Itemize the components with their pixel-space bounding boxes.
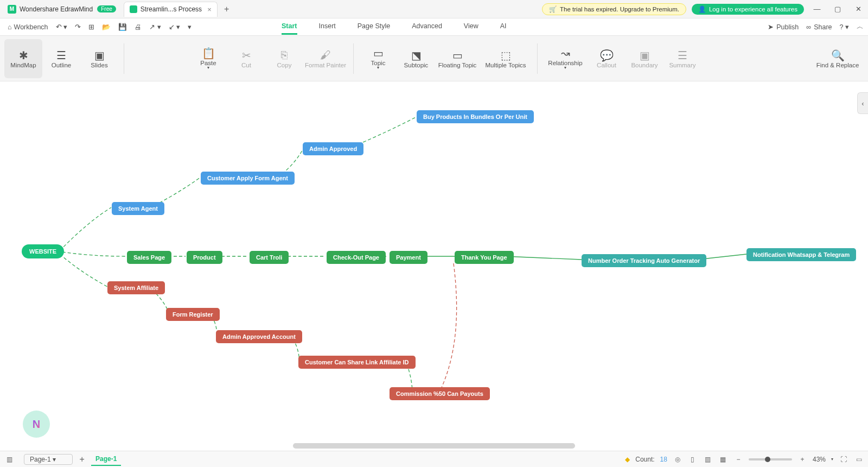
node-system-affiliate[interactable]: System Affiliate bbox=[107, 281, 165, 294]
node-buy-products[interactable]: Buy Products In Bundles Or Per Unit bbox=[417, 110, 534, 123]
outline-label: Outline bbox=[52, 62, 71, 68]
summary-button[interactable]: ☰Summary bbox=[663, 39, 701, 78]
maximize-button[interactable]: ▢ bbox=[830, 2, 845, 17]
node-notification[interactable]: Notification Whatsapp & Telegram bbox=[746, 248, 856, 261]
home-button[interactable]: ⌂ Workbench bbox=[4, 22, 52, 33]
topic-button[interactable]: ▭Topic▾ bbox=[359, 39, 397, 78]
node-admin-approved-account[interactable]: Admin Approved Account bbox=[216, 330, 302, 343]
callout-button[interactable]: 💬Callout bbox=[588, 39, 626, 78]
floating-topic-button[interactable]: ▭Floating Topic bbox=[435, 39, 480, 78]
node-checkout[interactable]: Check-Out Page bbox=[327, 251, 386, 264]
menu-bar: ⌂ Workbench ↶ ▾ ↷ ⊞ 📂 💾 🖨 ↗ ▾ ↙ ▾ ▾ Star… bbox=[0, 18, 868, 36]
new-tab-button[interactable]: + bbox=[220, 4, 234, 14]
horizontal-scrollbar[interactable] bbox=[293, 443, 575, 449]
tab-page-style[interactable]: Page Style bbox=[358, 19, 390, 35]
node-website[interactable]: WEBSITE bbox=[22, 244, 64, 258]
help-button[interactable]: ? ▾ bbox=[840, 23, 849, 31]
copy-button[interactable]: ⎘Copy bbox=[265, 39, 303, 78]
subtopic-button[interactable]: ⬔Subtopic bbox=[397, 39, 435, 78]
paste-icon: 📋 bbox=[202, 47, 215, 60]
canvas[interactable]: WEBSITE System Agent Customer Apply Form… bbox=[0, 81, 868, 451]
view-grid-icon[interactable]: ▦ bbox=[718, 455, 728, 464]
ai-fab-button[interactable]: N bbox=[23, 411, 50, 438]
file-tab[interactable]: Streamlin...s Process × bbox=[124, 2, 218, 17]
mindmap-button[interactable]: ✱MindMap bbox=[4, 39, 42, 78]
page-tab[interactable]: Page-1 bbox=[91, 453, 121, 466]
node-tracking[interactable]: Number Order Tracking Auto Generator bbox=[582, 254, 706, 267]
fit-screen-icon[interactable]: ⛶ bbox=[839, 455, 848, 464]
view-split-icon[interactable]: ▥ bbox=[703, 455, 713, 464]
node-system-agent[interactable]: System Agent bbox=[112, 202, 164, 215]
zoom-in-button[interactable]: + bbox=[797, 455, 807, 464]
tab-ai[interactable]: AI bbox=[500, 19, 507, 35]
floating-topic-label: Floating Topic bbox=[438, 62, 477, 68]
node-payment[interactable]: Payment bbox=[390, 251, 427, 264]
tab-insert[interactable]: Insert bbox=[319, 19, 336, 35]
side-panel-toggle[interactable]: ‹ bbox=[857, 92, 868, 114]
close-button[interactable]: ✕ bbox=[851, 2, 866, 17]
page-list-icon[interactable]: ▥ bbox=[4, 455, 14, 464]
format-painter-button[interactable]: 🖌Format Painter bbox=[303, 39, 348, 78]
add-page-button[interactable]: + bbox=[76, 453, 88, 465]
redo-button[interactable]: ↷ bbox=[72, 21, 84, 33]
cart-icon: 🛒 bbox=[549, 5, 557, 13]
save-button[interactable]: 💾 bbox=[115, 21, 130, 33]
undo-button[interactable]: ↶ ▾ bbox=[53, 21, 71, 33]
zoom-out-button[interactable]: − bbox=[733, 455, 743, 464]
mindmap-label: MindMap bbox=[10, 62, 36, 68]
cut-button[interactable]: ✂Cut bbox=[227, 39, 265, 78]
fullscreen-icon[interactable]: ▭ bbox=[854, 455, 864, 464]
share-label: Share bbox=[814, 23, 832, 31]
cut-icon: ✂ bbox=[242, 49, 251, 62]
view-single-icon[interactable]: ▯ bbox=[688, 455, 698, 464]
print-button[interactable]: 🖨 bbox=[131, 22, 145, 33]
summary-icon: ☰ bbox=[678, 49, 687, 62]
zoom-knob[interactable] bbox=[765, 457, 770, 462]
find-replace-button[interactable]: 🔍Find & Replace bbox=[812, 39, 864, 78]
user-icon: 👤 bbox=[698, 5, 706, 13]
node-product[interactable]: Product bbox=[187, 251, 222, 264]
relationship-button[interactable]: ↝Relationship▾ bbox=[543, 39, 588, 78]
premium-icon: ◆ bbox=[625, 456, 630, 463]
publish-button[interactable]: ➤ Publish bbox=[768, 23, 799, 31]
tab-start[interactable]: Start bbox=[282, 19, 297, 35]
share-button[interactable]: ∞ Share bbox=[806, 23, 832, 31]
page-dropdown[interactable]: Page-1 ▾ bbox=[24, 454, 73, 465]
copy-icon: ⎘ bbox=[281, 49, 288, 62]
zoom-slider[interactable] bbox=[749, 458, 792, 460]
paste-button[interactable]: 📋Paste▾ bbox=[189, 39, 227, 78]
export-button[interactable]: ↗ ▾ bbox=[146, 21, 164, 33]
node-customer-apply[interactable]: Customer Apply Form Agent bbox=[201, 172, 295, 185]
collapse-ribbon-button[interactable]: ︿ bbox=[857, 22, 864, 31]
open-button[interactable]: 📂 bbox=[99, 21, 114, 33]
app-tab[interactable]: M Wondershare EdrawMind Free bbox=[2, 2, 122, 17]
subtopic-label: Subtopic bbox=[404, 62, 429, 68]
node-thankyou[interactable]: Thank You Page bbox=[455, 251, 514, 264]
publish-label: Publish bbox=[776, 23, 799, 31]
close-icon[interactable]: × bbox=[207, 5, 212, 14]
more-button[interactable]: ▾ bbox=[184, 21, 195, 33]
node-sales-page[interactable]: Sales Page bbox=[127, 251, 171, 264]
free-badge: Free bbox=[97, 5, 116, 12]
minimize-button[interactable]: — bbox=[809, 2, 825, 17]
new-button[interactable]: ⊞ bbox=[85, 21, 98, 33]
format-painter-icon: 🖌 bbox=[320, 49, 331, 62]
trial-banner[interactable]: 🛒 The trial has expired. Upgrade to Prem… bbox=[542, 3, 686, 15]
floating-topic-icon: ▭ bbox=[452, 49, 463, 62]
tab-view[interactable]: View bbox=[464, 19, 478, 35]
node-admin-approved[interactable]: Admin Approved bbox=[303, 142, 363, 155]
slides-button[interactable]: ▣Slides bbox=[80, 39, 118, 78]
node-form-register[interactable]: Form Register bbox=[166, 308, 220, 321]
import-button[interactable]: ↙ ▾ bbox=[165, 21, 183, 33]
boundary-label: Boundary bbox=[631, 62, 658, 68]
login-banner[interactable]: 👤 Log in to experience all features bbox=[692, 4, 804, 15]
boundary-button[interactable]: ▣Boundary bbox=[626, 39, 663, 78]
node-share-link[interactable]: Customer Can Share Link Affiliate ID bbox=[298, 356, 416, 369]
outline-button[interactable]: ☰Outline bbox=[42, 39, 80, 78]
tab-advanced[interactable]: Advanced bbox=[412, 19, 442, 35]
status-bar: ▥ Page-1 ▾ + Page-1 ◆ Count: 18 ◎ ▯ ▥ ▦ … bbox=[0, 451, 868, 467]
node-commission[interactable]: Commission %50 Can Payouts bbox=[390, 387, 490, 400]
lasso-icon[interactable]: ◎ bbox=[673, 455, 682, 464]
multiple-topics-button[interactable]: ⬚Multiple Topics bbox=[480, 39, 532, 78]
node-cart[interactable]: Cart Troli bbox=[250, 251, 289, 264]
